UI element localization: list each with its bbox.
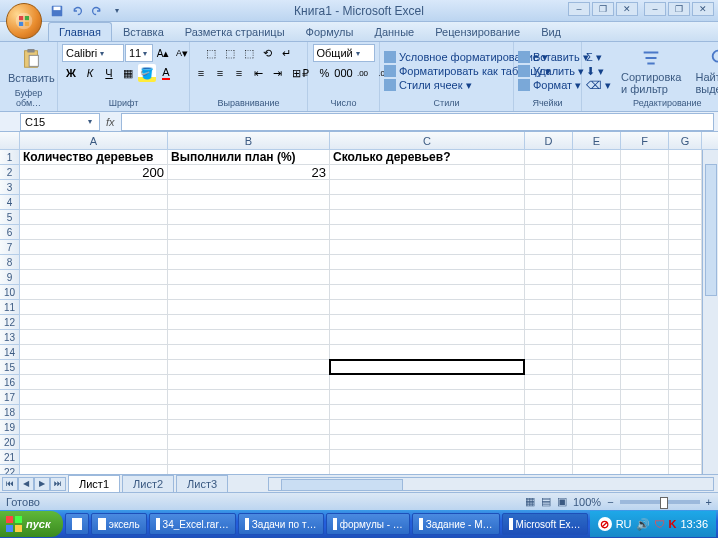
cell-B19[interactable] bbox=[168, 420, 330, 435]
horizontal-scrollbar[interactable] bbox=[268, 477, 714, 491]
cell-B12[interactable] bbox=[168, 315, 330, 330]
qat-redo[interactable] bbox=[88, 2, 106, 20]
cell-C1[interactable]: Сколько деревьев? bbox=[330, 150, 525, 165]
cell-D11[interactable] bbox=[525, 300, 573, 315]
cell-G10[interactable] bbox=[669, 285, 702, 300]
cell-C3[interactable] bbox=[330, 180, 525, 195]
cell-A11[interactable] bbox=[20, 300, 168, 315]
cells-item[interactable]: Удалить ▾ bbox=[518, 65, 589, 78]
cell-A22[interactable] bbox=[20, 465, 168, 474]
cell-C12[interactable] bbox=[330, 315, 525, 330]
doc-restore-button[interactable]: ❐ bbox=[668, 2, 690, 16]
cell-A1[interactable]: Количество деревьев bbox=[20, 150, 168, 165]
cell-D10[interactable] bbox=[525, 285, 573, 300]
tab-Формулы[interactable]: Формулы bbox=[296, 23, 364, 41]
tray-no-icon[interactable]: ⊘ bbox=[598, 517, 612, 531]
cell-A9[interactable] bbox=[20, 270, 168, 285]
cell-G5[interactable] bbox=[669, 210, 702, 225]
cell-F20[interactable] bbox=[621, 435, 669, 450]
cell-B8[interactable] bbox=[168, 255, 330, 270]
cell-E16[interactable] bbox=[573, 375, 621, 390]
align-left[interactable]: ≡ bbox=[192, 64, 210, 82]
cell-C20[interactable] bbox=[330, 435, 525, 450]
cell-A19[interactable] bbox=[20, 420, 168, 435]
taskbar-item[interactable] bbox=[65, 513, 90, 535]
cell-G2[interactable] bbox=[669, 165, 702, 180]
cell-E2[interactable] bbox=[573, 165, 621, 180]
row-header-11[interactable]: 11 bbox=[0, 300, 20, 315]
cell-A7[interactable] bbox=[20, 240, 168, 255]
zoom-value[interactable]: 100% bbox=[573, 496, 601, 508]
cell-B14[interactable] bbox=[168, 345, 330, 360]
cell-G18[interactable] bbox=[669, 405, 702, 420]
cell-A15[interactable] bbox=[20, 360, 168, 375]
row-header-20[interactable]: 20 bbox=[0, 435, 20, 450]
cell-B7[interactable] bbox=[168, 240, 330, 255]
cell-D13[interactable] bbox=[525, 330, 573, 345]
increase-decimal[interactable]: .00 bbox=[354, 64, 372, 82]
increase-indent[interactable]: ⇥ bbox=[268, 64, 286, 82]
cell-C10[interactable] bbox=[330, 285, 525, 300]
view-break-icon[interactable]: ▣ bbox=[557, 495, 567, 508]
row-header-8[interactable]: 8 bbox=[0, 255, 20, 270]
cell-E6[interactable] bbox=[573, 225, 621, 240]
row-header-3[interactable]: 3 bbox=[0, 180, 20, 195]
col-header-A[interactable]: A bbox=[20, 132, 168, 149]
formula-bar[interactable] bbox=[121, 113, 714, 131]
row-header-22[interactable]: 22 bbox=[0, 465, 20, 474]
cell-B16[interactable] bbox=[168, 375, 330, 390]
row-header-5[interactable]: 5 bbox=[0, 210, 20, 225]
font-name-select[interactable]: Calibri▾ bbox=[62, 44, 124, 62]
comma-button[interactable]: 000 bbox=[335, 64, 353, 82]
cell-F14[interactable] bbox=[621, 345, 669, 360]
view-normal-icon[interactable]: ▦ bbox=[525, 495, 535, 508]
cell-F3[interactable] bbox=[621, 180, 669, 195]
minimize-button[interactable]: – bbox=[568, 2, 590, 16]
cell-B11[interactable] bbox=[168, 300, 330, 315]
sheet-nav-next[interactable]: ▶ bbox=[34, 477, 50, 491]
cell-G22[interactable] bbox=[669, 465, 702, 474]
cell-G11[interactable] bbox=[669, 300, 702, 315]
cell-F6[interactable] bbox=[621, 225, 669, 240]
cell-E19[interactable] bbox=[573, 420, 621, 435]
cell-G16[interactable] bbox=[669, 375, 702, 390]
percent-button[interactable]: % bbox=[316, 64, 334, 82]
taskbar-item[interactable]: Microsoft Ex… bbox=[502, 513, 588, 535]
cell-C6[interactable] bbox=[330, 225, 525, 240]
cell-A14[interactable] bbox=[20, 345, 168, 360]
cell-C4[interactable] bbox=[330, 195, 525, 210]
cell-A10[interactable] bbox=[20, 285, 168, 300]
col-header-B[interactable]: B bbox=[168, 132, 330, 149]
cell-C7[interactable] bbox=[330, 240, 525, 255]
cell-D6[interactable] bbox=[525, 225, 573, 240]
cell-G21[interactable] bbox=[669, 450, 702, 465]
cell-E20[interactable] bbox=[573, 435, 621, 450]
tab-Главная[interactable]: Главная bbox=[48, 22, 112, 41]
tray-volume-icon[interactable]: 🔊 bbox=[636, 518, 650, 531]
orientation[interactable]: ⟲ bbox=[259, 44, 277, 62]
sheet-tab-Лист2[interactable]: Лист2 bbox=[122, 475, 174, 492]
cell-B4[interactable] bbox=[168, 195, 330, 210]
cell-D14[interactable] bbox=[525, 345, 573, 360]
cell-A4[interactable] bbox=[20, 195, 168, 210]
cell-G12[interactable] bbox=[669, 315, 702, 330]
taskbar-item[interactable]: формулы - … bbox=[326, 513, 410, 535]
cell-D5[interactable] bbox=[525, 210, 573, 225]
sheet-tab-Лист3[interactable]: Лист3 bbox=[176, 475, 228, 492]
taskbar-item[interactable]: Задание - M… bbox=[412, 513, 500, 535]
zoom-slider[interactable] bbox=[620, 500, 700, 504]
align-middle[interactable]: ⬚ bbox=[221, 44, 239, 62]
font-color-button[interactable]: A bbox=[157, 64, 175, 82]
align-top[interactable]: ⬚ bbox=[202, 44, 220, 62]
cell-G8[interactable] bbox=[669, 255, 702, 270]
cell-A20[interactable] bbox=[20, 435, 168, 450]
row-header-18[interactable]: 18 bbox=[0, 405, 20, 420]
cell-C18[interactable] bbox=[330, 405, 525, 420]
cell-G15[interactable] bbox=[669, 360, 702, 375]
tab-Вставка[interactable]: Вставка bbox=[113, 23, 174, 41]
row-header-10[interactable]: 10 bbox=[0, 285, 20, 300]
tab-Разметка страницы[interactable]: Разметка страницы bbox=[175, 23, 295, 41]
tab-Рецензирование[interactable]: Рецензирование bbox=[425, 23, 530, 41]
cell-D15[interactable] bbox=[525, 360, 573, 375]
cell-C5[interactable] bbox=[330, 210, 525, 225]
